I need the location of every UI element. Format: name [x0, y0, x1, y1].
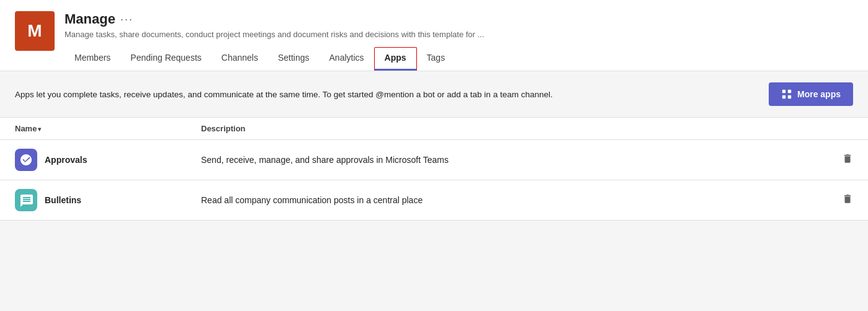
bulletins-icon	[15, 189, 37, 211]
header-title-row: Manage ···	[65, 11, 853, 27]
tab-members[interactable]: Members	[65, 46, 120, 71]
bulletins-name: Bulletins	[45, 195, 81, 205]
col-header-action	[827, 118, 868, 140]
svg-rect-0	[782, 90, 785, 93]
more-options-icon[interactable]: ···	[120, 13, 133, 26]
tab-settings[interactable]: Settings	[268, 46, 320, 71]
tab-pending-requests[interactable]: Pending Requests	[120, 46, 211, 71]
svg-rect-3	[788, 95, 791, 99]
approvals-delete-cell	[827, 140, 868, 180]
table-row: Approvals Send, receive, manage, and sha…	[0, 140, 868, 180]
tab-tags[interactable]: Tags	[417, 46, 455, 71]
col-header-description: Description	[186, 118, 827, 140]
tab-channels[interactable]: Channels	[212, 46, 268, 71]
tab-apps[interactable]: Apps	[374, 47, 417, 71]
bulletins-delete-button[interactable]	[842, 196, 853, 206]
approvals-name: Approvals	[45, 155, 87, 165]
col-header-name: Name▾	[0, 118, 186, 140]
apps-description-text: Apps let you complete tasks, receive upd…	[15, 90, 756, 99]
team-title: Manage	[65, 11, 115, 27]
sort-icon[interactable]: ▾	[38, 126, 41, 133]
bulletins-delete-cell	[827, 180, 868, 221]
more-apps-button[interactable]: More apps	[769, 82, 853, 106]
approvals-description: Send, receive, manage, and share approva…	[186, 140, 827, 180]
page-wrapper: M Manage ··· Manage tasks, share documen…	[0, 0, 868, 311]
apps-table-body: Approvals Send, receive, manage, and sha…	[0, 140, 868, 221]
table-row: Bulletins Read all company communication…	[0, 180, 868, 221]
main-content: Apps let you complete tasks, receive upd…	[0, 71, 868, 221]
svg-rect-2	[782, 95, 785, 99]
tab-analytics[interactable]: Analytics	[320, 46, 374, 71]
table-header: Name▾ Description	[0, 118, 868, 140]
apps-table: Name▾ Description	[0, 118, 868, 221]
app-name-cell: Approvals	[0, 140, 186, 180]
approvals-icon	[15, 149, 37, 171]
app-name-cell: Bulletins	[0, 180, 186, 221]
team-avatar: M	[15, 11, 55, 51]
header-info: Manage ··· Manage tasks, share documents…	[65, 11, 853, 71]
apps-description-row: Apps let you complete tasks, receive upd…	[0, 71, 868, 118]
nav-tabs: Members Pending Requests Channels Settin…	[65, 46, 853, 71]
apps-grid-icon	[781, 89, 792, 100]
team-description: Manage tasks, share documents, conduct p…	[65, 30, 853, 39]
bulletins-description: Read all company communication posts in …	[186, 180, 827, 221]
header: M Manage ··· Manage tasks, share documen…	[0, 0, 868, 71]
svg-rect-1	[788, 90, 791, 93]
approvals-delete-button[interactable]	[842, 156, 853, 166]
